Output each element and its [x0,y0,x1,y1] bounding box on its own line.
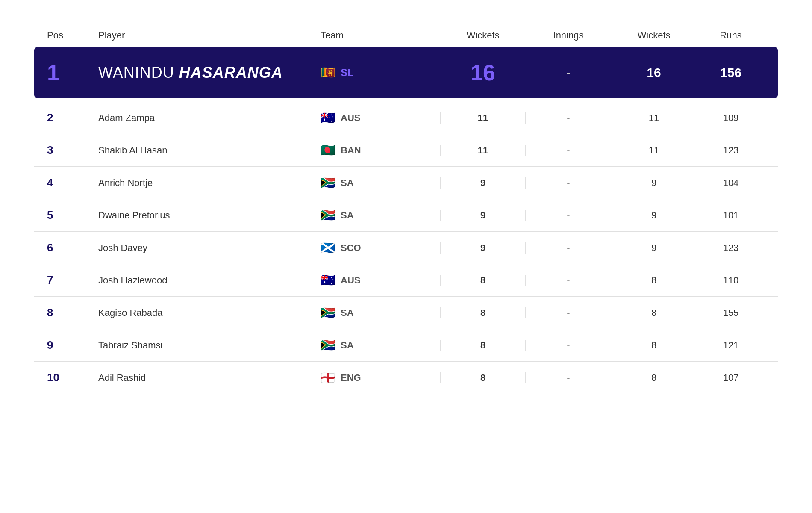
row-innings: - [526,275,611,286]
table-row: 4 Anrich Nortje 🇿🇦 SA 9 - 9 104 [34,167,778,199]
table-row: 7 Josh Hazlewood 🇦🇺 AUS 8 - 8 110 [34,264,778,297]
row-team-code: SA [341,177,354,189]
featured-player-first: WANINDU [98,64,179,81]
row-team-cell: 🇿🇦 SA [321,209,440,221]
table-row: 10 Adil Rashid 🏴󠁧󠁢󠁥󠁮󠁧󠁿 ENG 8 - 8 107 [34,362,778,394]
featured-flag: 🇱🇰 [321,67,335,79]
featured-player-row: 1 WANINDU HASARANGA 🇱🇰 SL 16 - 16 156 [34,47,778,98]
row-wickets: 11 [440,112,526,124]
row-flag: 🇿🇦 [321,177,335,189]
featured-team-cell: 🇱🇰 SL [321,67,440,79]
row-player: Anrich Nortje [98,177,321,189]
featured-pos: 1 [47,60,98,86]
row-flag: 🇦🇺 [321,274,335,286]
row-runs: 121 [697,340,765,351]
table-row: 2 Adam Zampa 🇦🇺 AUS 11 - 11 109 [34,102,778,134]
row-flag: 🇿🇦 [321,209,335,221]
row-team-code: AUS [341,275,360,286]
row-innings: - [526,242,611,254]
row-player: Josh Davey [98,242,321,254]
row-wickets: 8 [440,372,526,383]
row-team-code: SCO [341,242,361,254]
leaderboard-table: Pos Player Team Wickets Innings Wickets … [34,26,778,394]
featured-wickets: 16 [440,60,526,86]
row-wickets2: 8 [611,307,697,318]
row-team-code: ENG [341,372,361,383]
row-innings: - [526,372,611,383]
col-wickets2: Wickets [611,30,697,41]
col-team: Team [321,30,440,41]
row-runs: 155 [697,307,765,318]
featured-innings: - [526,65,611,80]
row-wickets: 8 [440,275,526,286]
row-flag: 🇿🇦 [321,307,335,319]
row-team-cell: 🇧🇩 BAN [321,144,440,156]
featured-player-name: WANINDU HASARANGA [98,64,321,82]
row-player: Tabraiz Shamsi [98,340,321,351]
col-player: Player [98,30,321,41]
row-runs: 110 [697,275,765,286]
row-player: Adam Zampa [98,112,321,124]
row-runs: 104 [697,177,765,189]
row-pos: 9 [47,339,98,352]
row-wickets: 8 [440,340,526,351]
row-team-code: AUS [341,112,360,124]
row-innings: - [526,177,611,189]
row-innings: - [526,112,611,124]
data-rows-container: 2 Adam Zampa 🇦🇺 AUS 11 - 11 109 3 Shakib… [34,102,778,394]
row-team-code: BAN [341,145,361,156]
row-team-cell: 🇿🇦 SA [321,339,440,351]
row-pos: 2 [47,111,98,124]
row-wickets2: 11 [611,112,697,124]
row-flag: 🏴󠁧󠁢󠁳󠁣󠁴󠁿 [321,242,335,254]
featured-runs: 156 [697,65,765,80]
table-row: 5 Dwaine Pretorius 🇿🇦 SA 9 - 9 101 [34,199,778,232]
featured-player-last: HASARANGA [179,64,283,81]
row-pos: 10 [47,371,98,384]
row-flag: 🇦🇺 [321,112,335,124]
row-wickets2: 8 [611,275,697,286]
row-runs: 107 [697,372,765,383]
featured-team-code: SL [341,67,354,79]
row-wickets: 9 [440,242,526,254]
row-player: Shakib Al Hasan [98,145,321,156]
row-wickets2: 8 [611,372,697,383]
row-runs: 109 [697,112,765,124]
row-flag: 🇧🇩 [321,144,335,156]
row-flag: 🏴󠁧󠁢󠁥󠁮󠁧󠁿 [321,372,335,384]
row-player: Josh Hazlewood [98,275,321,286]
col-wickets: Wickets [440,30,526,41]
table-row: 6 Josh Davey 🏴󠁧󠁢󠁳󠁣󠁴󠁿 SCO 9 - 9 123 [34,232,778,264]
row-player: Adil Rashid [98,372,321,383]
table-row: 3 Shakib Al Hasan 🇧🇩 BAN 11 - 11 123 [34,134,778,167]
row-innings: - [526,307,611,318]
row-team-code: SA [341,307,354,318]
row-player: Kagiso Rabada [98,307,321,318]
row-pos: 8 [47,306,98,319]
row-pos: 5 [47,209,98,222]
col-innings: Innings [526,30,611,41]
row-team-code: SA [341,340,354,351]
row-innings: - [526,145,611,156]
row-runs: 101 [697,210,765,221]
row-team-cell: 🇿🇦 SA [321,177,440,189]
row-team-code: SA [341,210,354,221]
table-row: 9 Tabraiz Shamsi 🇿🇦 SA 8 - 8 121 [34,329,778,362]
row-innings: - [526,340,611,351]
row-wickets: 8 [440,307,526,318]
row-team-cell: 🇦🇺 AUS [321,112,440,124]
row-wickets2: 11 [611,145,697,156]
row-wickets2: 9 [611,210,697,221]
row-pos: 4 [47,176,98,189]
row-wickets: 11 [440,145,526,156]
row-flag: 🇿🇦 [321,339,335,351]
row-pos: 3 [47,144,98,157]
row-wickets2: 9 [611,177,697,189]
row-pos: 6 [47,241,98,254]
table-row: 8 Kagiso Rabada 🇿🇦 SA 8 - 8 155 [34,297,778,329]
row-pos: 7 [47,274,98,287]
row-wickets: 9 [440,210,526,221]
row-runs: 123 [697,145,765,156]
row-team-cell: 🇿🇦 SA [321,307,440,319]
table-header: Pos Player Team Wickets Innings Wickets … [34,26,778,45]
